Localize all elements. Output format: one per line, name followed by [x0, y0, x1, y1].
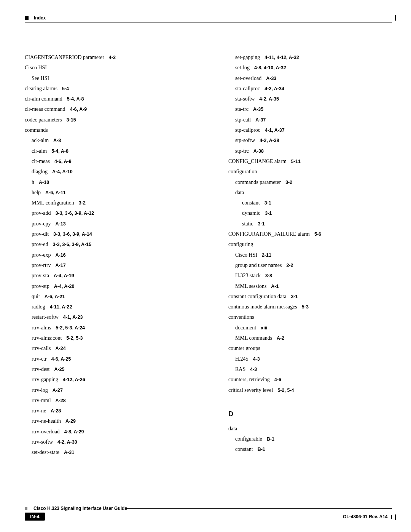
index-ref: A-13 [56, 221, 66, 227]
index-entry: Cisco HSI2-11 [228, 250, 392, 260]
index-term: help [32, 190, 41, 195]
index-entry: MML commandsA-2 [228, 333, 392, 343]
index-ref: 4-3 [250, 367, 257, 372]
index-entry: static3-1 [228, 219, 392, 229]
index-ref: 4-2, A-35 [259, 96, 279, 102]
index-entry: set-overloadA-33 [228, 73, 392, 83]
index-term: MML configuration [32, 200, 74, 206]
index-ref: B-1 [258, 447, 265, 452]
index-term: prov-dlt [32, 231, 49, 237]
index-ref: 4-2, A-38 [260, 138, 279, 143]
index-term: ack-alm [32, 137, 49, 143]
index-entry: codec parameters3-15 [25, 115, 188, 125]
index-entry: restart-softw4-1, A-23 [25, 312, 188, 322]
index-entry: rtrv-softw4-2, A-30 [25, 437, 188, 447]
index-ref: 5-6 [314, 232, 321, 237]
index-entry: data [228, 423, 392, 434]
index-term: CIAGENTSCANPERIOD parameter [25, 54, 104, 60]
index-entry: CONFIG_CHANGE alarm5-11 [228, 156, 392, 166]
index-ref: 4-2, A-34 [264, 86, 284, 91]
index-entry: clr-alm5-4, A-8 [25, 146, 188, 156]
index-term: set-dest-state [32, 449, 59, 455]
index-term: CONFIG_CHANGE alarm [228, 158, 287, 164]
index-entry: counter groups [228, 343, 392, 353]
index-entry: MML sessionsA-1 [228, 281, 392, 291]
index-ref: A-17 [56, 263, 66, 268]
index-ref: 5-4 [62, 86, 69, 91]
index-entry: commands parameter3-2 [228, 177, 392, 187]
index-entry: rtrv-gapping4-12, A-26 [25, 374, 188, 385]
index-term: quit [32, 294, 40, 299]
index-term: clr-alm [32, 148, 47, 154]
crop-mark [391, 515, 392, 519]
index-term: H.323 stack [235, 273, 261, 278]
index-entry: prov-cpyA-13 [25, 219, 188, 229]
header-marker-icon [25, 16, 29, 20]
section-letter: D [228, 407, 392, 418]
index-term: data [228, 426, 237, 431]
index-entry: conventions [228, 312, 392, 322]
footer: Cisco H.323 Signaling Interface User Gui… [25, 506, 392, 521]
index-ref: 4-11, 4-12, A-32 [264, 55, 299, 60]
index-term: clr-alm command [25, 96, 62, 102]
index-entry: counters, retrieving4-6 [228, 374, 392, 385]
index-term: rtrv-gapping [32, 377, 58, 382]
index-entry: stp-trcA-38 [228, 146, 392, 156]
index-term: rtrv-softw [32, 439, 53, 445]
index-entry: H.2454-3 [228, 354, 392, 364]
index-entry: set-gapping4-11, 4-12, A-32 [228, 52, 392, 62]
index-entry: CIAGENTSCANPERIOD parameter4-2 [25, 52, 188, 62]
index-term: constant [235, 446, 253, 452]
index-ref: 4-6 [274, 377, 281, 382]
index-ref: A-35 [253, 107, 263, 112]
header-rule [25, 22, 392, 22]
index-entry: sta-trcA-35 [228, 104, 392, 114]
index-ref: 4-6, A-25 [51, 356, 71, 362]
index-term: prov-exp [32, 252, 51, 258]
index-term: MML commands [235, 335, 272, 341]
index-term: configurable [235, 436, 262, 442]
index-entry: Cisco HSI [25, 62, 188, 73]
index-entry: prov-dlt3-3, 3-6, 3-9, A-14 [25, 229, 188, 239]
index-ref: A-8 [53, 138, 61, 143]
index-term: diaglog [32, 169, 48, 174]
index-entry: radlog4-11, A-22 [25, 302, 188, 312]
index-ref: 3-3, 3-6, 3-9, A-15 [53, 242, 92, 247]
index-term: rtrv-ne [32, 408, 46, 414]
index-entry: prov-rtrvA-17 [25, 260, 188, 270]
crop-mark [395, 514, 396, 520]
index-ref: A-4, A-19 [54, 273, 74, 278]
index-ref: 3-3, 3-6, 3-9, A-12 [56, 211, 94, 216]
index-entry: clr-meas4-6, A-9 [25, 156, 188, 166]
index-term: rtrv-calls [32, 345, 51, 351]
index-ref: A-24 [56, 346, 66, 351]
index-ref: 4-8, A-29 [64, 429, 84, 435]
index-entry: constant3-1 [228, 198, 392, 208]
index-entry: configuring [228, 239, 392, 249]
index-term: stp-trc [235, 148, 249, 154]
index-ref: 4-12, A-26 [63, 377, 85, 382]
index-term: prov-cpy [32, 221, 51, 227]
index-ref: A-2 [277, 335, 284, 341]
index-entry: configuration [228, 166, 392, 177]
index-term: clr-meas command [25, 106, 65, 112]
index-ref: 3-2 [285, 180, 292, 185]
index-term: prov-ed [32, 241, 48, 247]
index-entry: rtrv-mmlA-28 [25, 395, 188, 406]
index-ref: 5-3 [302, 304, 309, 310]
index-entry: ack-almA-8 [25, 135, 188, 145]
index-entry: clearing alarms5-4 [25, 83, 188, 94]
index-ref: A-1 [271, 284, 279, 289]
index-term: clearing alarms [25, 86, 57, 91]
index-ref: A-16 [56, 252, 66, 258]
footer-marker-icon [25, 507, 27, 510]
index-ref: 4-8, 4-10, A-32 [254, 65, 286, 70]
page: Index CIAGENTSCANPERIOD parameter4-2Cisc… [0, 0, 411, 532]
index-term: critical severity level [228, 387, 273, 393]
index-term: counter groups [228, 345, 260, 351]
left-column: CIAGENTSCANPERIOD parameter4-2Cisco HSIS… [25, 52, 188, 458]
index-term: stp-call [235, 117, 251, 123]
index-entry: rtrv-overload4-8, A-29 [25, 427, 188, 437]
index-entry: rtrv-ctr4-6, A-25 [25, 354, 188, 364]
index-term: rtrv-mml [32, 398, 51, 403]
